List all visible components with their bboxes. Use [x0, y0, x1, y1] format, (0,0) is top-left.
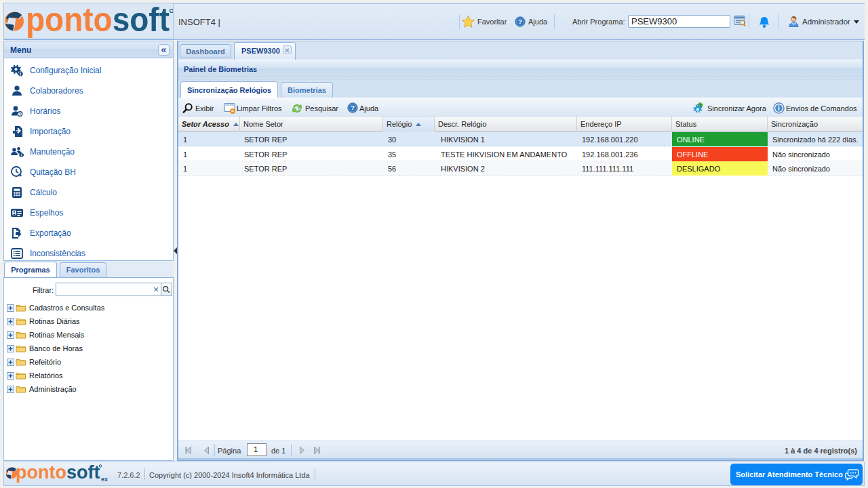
svg-text:ex: ex [101, 476, 108, 483]
svg-text:pontosoft: pontosoft [26, 3, 170, 38]
svg-text:?: ? [518, 18, 522, 25]
svg-text:?: ? [351, 104, 355, 111]
svg-text:pontosoft: pontosoft [16, 462, 100, 483]
